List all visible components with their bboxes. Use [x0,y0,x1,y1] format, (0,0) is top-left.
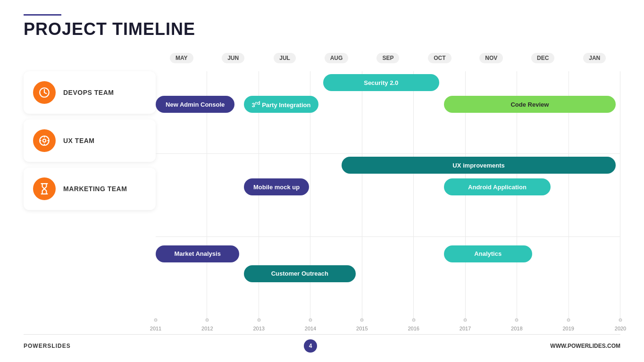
months-row: MAY JUN JUL AUG SEP OCT NOV DEC JAN [156,49,620,67]
teams-column: DEVOPS TEAM UX TEAM [24,49,156,334]
main-content: DEVOPS TEAM UX TEAM [24,49,620,334]
footer-page-number: 4 [304,339,317,353]
clock-icon [38,86,50,99]
gantt-grid: Security 2.0 New Admin Console 3rd Party… [156,71,620,334]
svg-point-2 [43,139,46,143]
year-2015: 2015 [356,326,368,331]
footer-brand: POWERSLIDES [24,343,71,349]
month-jun: JUN [207,49,259,67]
year-2019: 2019 [562,326,574,331]
ux-icon [38,135,50,147]
devops-gantt-row: Security 2.0 New Admin Console 3rd Party… [156,71,620,154]
bar-3rd-party-integration: 3rd Party Integration [244,96,318,113]
bar-analytics: Analytics [444,245,532,262]
gantt-area: MAY JUN JUL AUG SEP OCT NOV DEC JAN [156,49,620,334]
marketing-team-icon [33,177,56,200]
bar-market-analysis: Market Analysis [156,245,239,262]
page-title: PROJECT TIMELINE [24,19,620,39]
month-jul: JUL [259,49,310,67]
marketing-team-card: MARKETING TEAM [24,168,156,210]
header: PROJECT TIMELINE [24,14,620,39]
bar-mobile-mockup: Mobile mock up [244,178,309,195]
footer: POWERSLIDES 4 WWW.POWERLIDES.COM [24,334,620,353]
month-oct: OCT [414,49,465,67]
devops-team-card: DEVOPS TEAM [24,71,156,114]
month-aug: AUG [310,49,362,67]
ux-gantt-row: UX improvements Mobile mock up Android A… [156,154,620,236]
year-2018: 2018 [511,326,522,331]
year-2016: 2016 [408,326,419,331]
bar-ux-improvements: UX improvements [342,157,616,174]
year-2011: 2011 [150,326,161,331]
footer-url: WWW.POWERLIDES.COM [550,343,620,349]
page: PROJECT TIMELINE DEVOPS TEAM [0,0,644,362]
bar-code-review: Code Review [444,96,616,113]
gantt-rows: Security 2.0 New Admin Console 3rd Party… [156,71,620,319]
marketing-gantt-row: Market Analysis Customer Outreach Analyt… [156,237,620,319]
month-sep: SEP [362,49,414,67]
ux-team-card: UX TEAM [24,119,156,162]
bar-new-admin-console: New Admin Console [156,96,234,113]
month-dec: DEC [517,49,569,67]
years-row: 2011 2012 2013 2014 2015 2016 2017 2018 [156,320,620,334]
month-jan: JAN [569,49,620,67]
year-2014: 2014 [305,326,316,331]
marketing-team-label: MARKETING TEAM [63,185,127,193]
3rd-party-label: 3rd Party Integration [251,100,310,109]
month-may: MAY [156,49,207,67]
month-nov: NOV [466,49,517,67]
header-accent-line [24,14,61,16]
ux-team-icon [33,129,56,152]
year-2013: 2013 [253,326,264,331]
year-2017: 2017 [460,326,471,331]
hourglass-icon [38,183,50,195]
devops-team-label: DEVOPS TEAM [63,89,114,96]
year-2012: 2012 [201,326,213,331]
year-2020: 2020 [615,326,626,331]
devops-team-icon [33,81,56,104]
bar-customer-outreach: Customer Outreach [244,265,355,282]
bar-android-application: Android Application [444,178,551,195]
ux-team-label: UX TEAM [63,137,95,144]
bar-security-2: Security 2.0 [323,74,439,91]
